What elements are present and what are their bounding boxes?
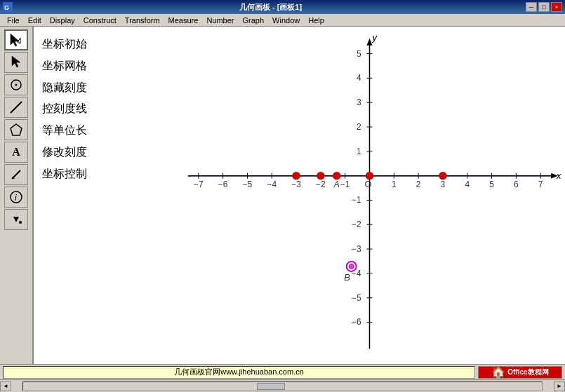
svg-point-14 (19, 221, 22, 224)
svg-text:−1: −1 (352, 195, 361, 205)
point-3[interactable] (439, 173, 446, 180)
svg-text:−1: −1 (340, 180, 350, 189)
maximize-button[interactable]: □ (538, 2, 550, 12)
svg-text:5: 5 (357, 49, 361, 59)
window-controls: ─ □ × (526, 2, 562, 12)
status-text: 几何画板官网www.jihehuaban.com.cn (3, 366, 475, 379)
app-icon: G (3, 2, 13, 12)
svg-text:−4: −4 (352, 269, 361, 278)
svg-text:−3: −3 (291, 180, 301, 189)
svg-text:−3: −3 (352, 244, 361, 254)
svg-text:3: 3 (357, 97, 361, 107)
menu-equal-unit[interactable]: 等单位长 (41, 120, 160, 142)
menu-file[interactable]: File (3, 15, 24, 25)
horizontal-scrollbar[interactable] (22, 381, 543, 391)
scroll-thumb[interactable] (257, 383, 285, 390)
point-neg2[interactable] (317, 173, 324, 180)
text-tool[interactable]: A (4, 142, 28, 163)
menu-window[interactable]: Window (268, 15, 304, 25)
more-tool[interactable] (4, 209, 28, 230)
menu-control-scale-line[interactable]: 控刻度线 (41, 98, 160, 120)
toolbar: A i (0, 27, 34, 364)
svg-point-11 (11, 191, 22, 203)
svg-text:5: 5 (489, 180, 494, 189)
svg-text:7: 7 (538, 180, 543, 189)
svg-text:−5: −5 (352, 293, 361, 303)
svg-text:2: 2 (357, 122, 361, 132)
svg-marker-13 (13, 217, 19, 222)
scroll-left-arrow[interactable]: ◄ (0, 381, 11, 391)
svg-text:−4: −4 (267, 180, 277, 189)
svg-point-6 (15, 84, 18, 86)
line-tool[interactable] (4, 97, 28, 118)
menu-transform[interactable]: Transform (121, 15, 164, 25)
menu-graph[interactable]: Graph (239, 15, 269, 25)
svg-text:B: B (344, 272, 350, 283)
svg-marker-2 (11, 34, 19, 46)
arrow-tool[interactable] (4, 29, 28, 50)
point-neg3[interactable] (293, 173, 300, 180)
polygon-tool[interactable] (4, 119, 28, 140)
svg-text:1: 1 (392, 180, 397, 189)
left-panel: 坐标初始 坐标网格 隐藏刻度 控刻度线 等单位长 修改刻度 坐标控制 (34, 27, 167, 192)
svg-marker-10 (12, 177, 15, 179)
svg-text:i: i (15, 193, 17, 203)
svg-text:G: G (4, 4, 9, 11)
svg-marker-3 (18, 38, 20, 43)
status-bar: 几何画板官网www.jihehuaban.com.cn 🏠 Office教程网 (0, 364, 565, 379)
svg-text:O: O (364, 179, 371, 189)
main-area: A i 坐标初始 坐标网格 隐藏刻 (0, 27, 565, 364)
svg-marker-4 (12, 56, 20, 67)
office-logo[interactable]: 🏠 Office教程网 (478, 366, 562, 379)
svg-text:2: 2 (416, 180, 421, 189)
menu-number[interactable]: Number (202, 15, 238, 25)
svg-text:−7: −7 (194, 180, 204, 189)
svg-text:4: 4 (357, 73, 361, 83)
scroll-area: ◄ ► (0, 379, 565, 392)
svg-text:−5: −5 (243, 180, 253, 189)
svg-text:−6: −6 (218, 180, 228, 189)
menu-coordinate-control[interactable]: 坐标控制 (41, 163, 160, 185)
svg-text:x: x (556, 170, 561, 181)
svg-text:−2: −2 (316, 180, 326, 189)
svg-line-7 (11, 102, 22, 113)
office-text: Office教程网 (507, 367, 548, 377)
point-B[interactable] (349, 264, 354, 269)
point-A[interactable] (333, 173, 340, 180)
svg-text:−6: −6 (352, 318, 361, 327)
menu-coordinate-init[interactable]: 坐标初始 (41, 34, 160, 55)
svg-text:6: 6 (514, 180, 519, 189)
svg-text:−2: −2 (352, 219, 361, 229)
menu-coordinate-grid[interactable]: 坐标网格 (41, 55, 160, 77)
svg-line-9 (12, 170, 20, 179)
minimize-button[interactable]: ─ (526, 2, 537, 12)
svg-text:1: 1 (357, 147, 361, 156)
select-tool[interactable] (4, 52, 28, 73)
point-tool[interactable] (4, 74, 28, 95)
svg-text:A: A (333, 180, 340, 189)
menu-measure[interactable]: Measure (164, 15, 203, 25)
svg-text:4: 4 (465, 180, 470, 189)
title-bar: G 几何画板 - [画板1] ─ □ × (0, 0, 565, 14)
svg-text:3: 3 (441, 180, 446, 189)
svg-point-5 (11, 80, 21, 90)
menu-bar: File Edit Display Construct Transform Me… (0, 14, 565, 27)
point-origin[interactable] (366, 173, 373, 180)
menu-edit[interactable]: Edit (24, 15, 46, 25)
close-button[interactable]: × (551, 2, 562, 12)
graph-svg: −7 −6 −5 −4 −3 −2 −1 O 1 2 3 4 5 (174, 27, 565, 364)
menu-display[interactable]: Display (46, 15, 79, 25)
svg-marker-8 (11, 124, 22, 135)
scroll-right-arrow[interactable]: ► (554, 381, 565, 391)
content-area: 坐标初始 坐标网格 隐藏刻度 控刻度线 等单位长 修改刻度 坐标控制 xA = … (34, 27, 565, 364)
pencil-tool[interactable] (4, 164, 28, 185)
menu-help[interactable]: Help (304, 15, 328, 25)
window-title: 几何画板 - [画板1] (15, 2, 526, 13)
info-tool[interactable]: i (4, 187, 28, 208)
menu-construct[interactable]: Construct (79, 15, 121, 25)
menu-hide-scale[interactable]: 隐藏刻度 (41, 77, 160, 99)
menu-modify-scale[interactable]: 修改刻度 (41, 142, 160, 163)
